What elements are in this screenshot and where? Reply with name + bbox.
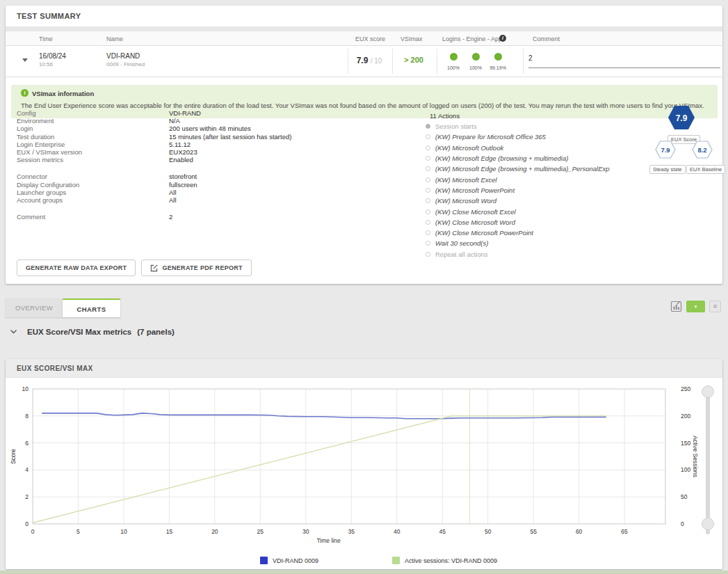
svg-text:45: 45 — [439, 528, 446, 535]
config-row: Display Configurationfullscreen — [17, 181, 413, 189]
export-icon — [150, 264, 158, 272]
svg-text:10: 10 — [120, 528, 127, 535]
hexagon-icon: 8.2 — [692, 141, 713, 159]
action-item[interactable]: (KW) Microsoft Excel — [426, 174, 610, 184]
radio-icon — [426, 252, 430, 257]
config-row: EnvironmentN/A — [17, 117, 413, 125]
config-value: 5.11.12 — [169, 141, 191, 148]
svg-text:Score: Score — [10, 449, 17, 464]
action-item[interactable]: Wait 30 second(s) — [426, 238, 610, 248]
generate-pdf-report-button[interactable]: GENERATE PDF REPORT — [141, 260, 252, 276]
slider-handle-bottom[interactable] — [702, 518, 714, 530]
config-row: Test duration15 minutes (after last sess… — [17, 133, 413, 141]
svg-text:10: 10 — [22, 385, 29, 392]
config-value: EUX2023 — [169, 148, 197, 156]
eux-score-badge: 7.9 EUX Score — [668, 105, 695, 144]
svg-text:25: 25 — [257, 528, 264, 535]
eux-chart-card: EUX SCORE/VSI MAX 0510152025303540455055… — [6, 359, 722, 569]
section-panel-count: (7 panels) — [137, 328, 175, 336]
action-item[interactable]: (KW) Close Microsoft Word — [426, 217, 610, 228]
y-zoom-slider[interactable] — [706, 390, 710, 534]
next-section-edge — [0, 571, 728, 574]
svg-text:30: 30 — [302, 528, 309, 535]
chart-settings-icon[interactable] — [670, 301, 682, 312]
svg-text:250: 250 — [681, 385, 690, 392]
action-item[interactable]: (KW) Close Microsoft PowerPoint — [426, 228, 610, 238]
radio-icon — [426, 177, 430, 182]
config-label: Comment — [17, 213, 169, 221]
test-time: 10:56 — [39, 61, 66, 67]
hexagon-icon: 7.9 — [668, 105, 695, 130]
comment-input[interactable]: 2 — [528, 54, 720, 68]
tab-overview[interactable]: OVERVIEW — [6, 298, 63, 317]
legend-item[interactable]: Active sessions: VDI-RAND 0009 — [392, 557, 497, 564]
legend-swatch — [392, 557, 400, 564]
config-label: Environment — [17, 117, 169, 125]
status-dot-icon — [450, 53, 458, 61]
svg-text:20: 20 — [211, 528, 218, 535]
config-value: 15 minutes (after last session has start… — [169, 133, 291, 141]
config-label: Launcher groups — [17, 189, 169, 196]
col-logins-engine-apps: Logins - Engine - Apps — [442, 35, 505, 42]
config-value: 200 users within 48 minutes — [169, 125, 251, 132]
action-label: Wait 30 second(s) — [435, 239, 488, 247]
action-item[interactable]: Session starts — [426, 121, 610, 131]
steady-state-badge: 7.9 Steady state — [649, 141, 681, 174]
svg-text:50: 50 — [485, 528, 492, 535]
svg-text:40: 40 — [394, 528, 401, 535]
action-item[interactable]: (KW) Close Microsoft Excel — [426, 206, 610, 216]
tab-charts[interactable]: CHARTS — [63, 298, 120, 317]
col-eux-score: EUX score — [355, 35, 385, 42]
info-icon: i — [21, 89, 29, 97]
chevron-down-icon[interactable] — [10, 329, 17, 335]
config-value: Enabled — [169, 156, 193, 164]
test-name: VDI-RAND — [106, 52, 145, 60]
action-item[interactable]: (KW) Microsoft Word — [426, 196, 610, 206]
config-row: Login200 users within 48 minutes — [17, 125, 413, 132]
page: TEST SUMMARY Time Name EUX score VSImax … — [0, 0, 728, 574]
config-value: VDI-RAND — [169, 109, 201, 117]
section-title: EUX Score/VSI Max metrics — [27, 328, 131, 336]
config-label: Connector — [17, 173, 169, 180]
chevron-down-icon[interactable] — [22, 58, 28, 62]
config-label: Display Configuration — [17, 181, 169, 189]
radio-icon — [426, 209, 430, 214]
action-item[interactable]: (KW) Prepare for Microsoft Office 365 — [426, 131, 610, 142]
action-item[interactable]: (KW) Microsoft Edge (browsing + multimed… — [426, 164, 610, 174]
generate-raw-data-export-button[interactable]: GENERATE RAW DATA EXPORT — [17, 260, 136, 276]
svg-text:4: 4 — [25, 466, 29, 473]
action-item[interactable]: (KW) Microsoft Edge (browsing + multimed… — [426, 153, 610, 164]
eux-score-cell: 7.9 / 10 — [348, 56, 391, 65]
radio-icon — [426, 124, 430, 129]
chart-options-button[interactable]: ▾ — [686, 301, 705, 312]
action-item[interactable]: (KW) Microsoft PowerPoint — [426, 185, 610, 196]
col-name: Name — [106, 35, 123, 42]
svg-text:8: 8 — [25, 413, 29, 420]
config-label: Login — [17, 125, 169, 132]
info-icon[interactable]: i — [499, 35, 506, 42]
name-cell: VDI-RAND 0009 - Finished — [106, 52, 145, 67]
chart-legend: VDI-RAND 0009 Active sessions: VDI-RAND … — [6, 557, 722, 568]
svg-text:0: 0 — [681, 520, 684, 527]
config-row: Session metricsEnabled — [17, 156, 413, 164]
svg-text:200: 200 — [681, 413, 690, 420]
config-value: fullscreen — [169, 181, 197, 189]
svg-text:100: 100 — [681, 466, 690, 473]
summary-title: TEST SUMMARY — [17, 12, 81, 20]
action-item[interactable]: Repeat all actions — [426, 249, 610, 260]
eux-score-value: 7.9 — [357, 56, 369, 65]
menu-button[interactable]: ≡ — [709, 301, 721, 312]
action-label: (KW) Microsoft Outlook — [435, 144, 503, 152]
config-value: All — [169, 189, 177, 196]
action-item[interactable]: (KW) Microsoft Outlook — [426, 143, 610, 153]
radio-icon — [426, 188, 430, 193]
config-row: Connectorstorefront — [17, 173, 413, 180]
config-row: Login Enterprise5.11.12 — [17, 141, 413, 148]
slider-handle-top[interactable] — [702, 385, 714, 398]
svg-text:50: 50 — [681, 493, 688, 500]
actions-title: 11 Actions — [430, 112, 460, 120]
legend-item[interactable]: VDI-RAND 0009 — [260, 557, 318, 564]
config-label: Config — [17, 109, 169, 117]
action-label: (KW) Microsoft Edge (browsing + multimed… — [435, 165, 610, 173]
logins-stat: 100% — [442, 51, 464, 70]
